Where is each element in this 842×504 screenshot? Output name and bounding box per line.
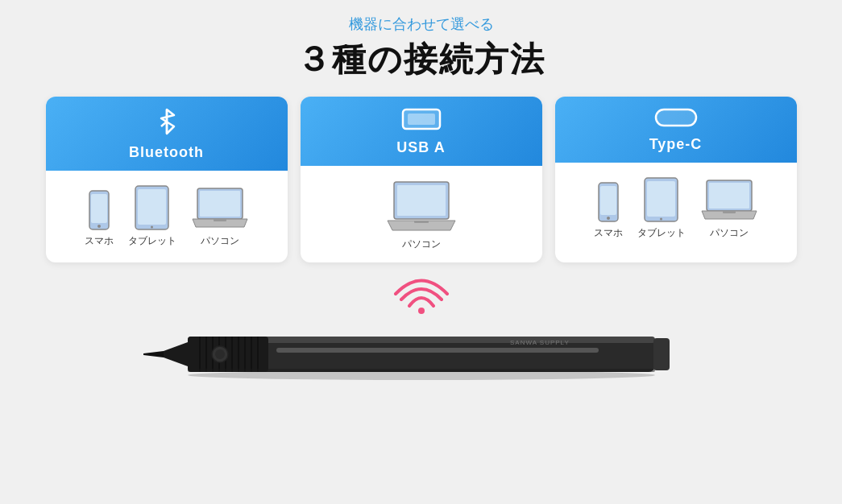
typec-card: Type-C スマホ タブレ: [555, 97, 797, 262]
usba-card-header: USB A: [301, 97, 542, 166]
laptop-label-tc: パソコン: [710, 226, 749, 240]
svg-rect-23: [709, 183, 749, 209]
cards-row: Bluetooth スマホ: [46, 97, 797, 262]
svg-point-25: [418, 308, 425, 314]
bluetooth-card-header: Bluetooth: [46, 97, 288, 171]
svg-rect-14: [414, 221, 429, 223]
svg-rect-2: [91, 194, 107, 223]
svg-rect-45: [653, 338, 670, 370]
usba-card-body: パソコン: [301, 166, 542, 262]
svg-point-21: [660, 218, 662, 221]
svg-text:SANWA SUPPLY: SANWA SUPPLY: [510, 339, 570, 346]
bottom-section: SANWA SUPPLY: [0, 274, 842, 403]
typec-card-body: スマホ タブレット: [555, 163, 797, 251]
page-title-area: 機器に合わせて選べる ３種の接続方法: [297, 14, 545, 82]
subtitle: 機器に合わせて選べる: [297, 14, 545, 34]
wifi-signal: [393, 274, 450, 317]
svg-point-40: [215, 349, 225, 359]
svg-point-47: [188, 370, 655, 380]
bluetooth-card-body: スマホ タブレット: [46, 171, 288, 259]
device-smartphone: スマホ: [85, 190, 114, 248]
svg-rect-41: [276, 348, 599, 353]
usba-label: USB A: [396, 139, 445, 156]
svg-rect-13: [397, 185, 446, 216]
usba-devices: パソコン: [386, 180, 457, 251]
usba-icon: [401, 108, 442, 134]
typec-label: Type-C: [649, 136, 703, 153]
usba-card: USB A パソコン: [301, 97, 542, 262]
laptop-label-usba: パソコン: [402, 238, 441, 251]
bluetooth-label: Bluetooth: [129, 144, 204, 161]
svg-rect-11: [408, 114, 435, 125]
device-tablet-bt: タブレット: [128, 185, 176, 248]
device-smartphone-tc: スマホ: [594, 182, 623, 240]
main-title: ３種の接続方法: [297, 37, 545, 82]
typec-devices: スマホ タブレット: [594, 177, 758, 240]
svg-marker-43: [164, 342, 188, 366]
tablet-label-tc: タブレット: [637, 226, 686, 240]
typec-icon: [654, 108, 698, 131]
svg-rect-20: [647, 181, 675, 217]
typec-card-header: Type-C: [555, 97, 797, 163]
bluetooth-card: Bluetooth スマホ: [46, 97, 288, 262]
device-laptop-bt: パソコン: [191, 187, 249, 248]
svg-point-3: [97, 225, 101, 228]
svg-point-18: [607, 217, 610, 220]
smartphone-label-tc: スマホ: [594, 226, 623, 240]
laptop-label-bt: パソコン: [201, 234, 239, 248]
svg-rect-9: [214, 219, 226, 221]
device-laptop-usba: パソコン: [386, 180, 457, 251]
tablet-label-bt: タブレット: [128, 234, 176, 248]
device-tablet-tc: タブレット: [637, 177, 686, 240]
bluetooth-devices: スマホ タブレット: [85, 185, 249, 248]
svg-rect-17: [600, 186, 616, 215]
svg-rect-8: [200, 191, 240, 217]
svg-rect-24: [723, 211, 736, 213]
svg-point-6: [151, 226, 153, 229]
smartphone-label: スマホ: [85, 234, 114, 248]
device-laptop-tc: パソコン: [700, 179, 758, 240]
svg-marker-44: [143, 351, 164, 357]
svg-rect-15: [656, 109, 696, 126]
svg-rect-5: [138, 189, 166, 225]
bluetooth-icon: [155, 108, 179, 139]
